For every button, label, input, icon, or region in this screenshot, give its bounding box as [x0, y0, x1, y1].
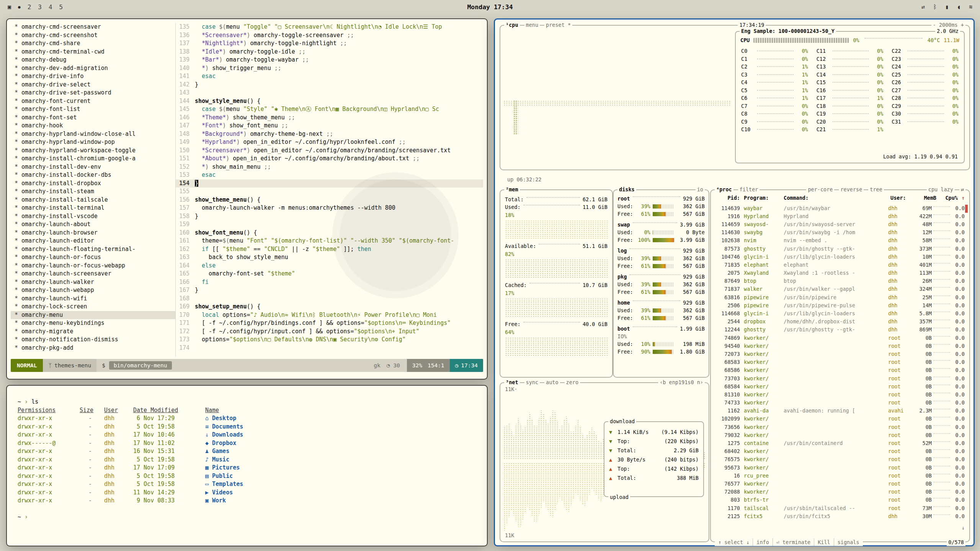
omarchy-logo-icon[interactable]: ▣: [8, 3, 11, 10]
file-item[interactable]: *omarchy-dev-add-migration: [11, 64, 175, 73]
file-item[interactable]: *omarchy-launch-about: [11, 220, 175, 229]
screencast-icon[interactable]: ⇄: [921, 3, 925, 10]
directory-link[interactable]: ⇓Downloads: [205, 431, 476, 439]
process-row[interactable]: 71835elephantelephantdhh401M0.0: [713, 261, 967, 269]
battery-icon[interactable]: ▮: [945, 3, 949, 10]
process-row[interactable]: 12244ghostty/usr/bin/ghostty --gtk-dhh86…: [713, 326, 967, 334]
process-row[interactable]: 16rcu_preeroot0B0.0: [713, 471, 967, 479]
file-item[interactable]: *omarchy-hyprland-window-pop: [11, 138, 175, 147]
directory-link[interactable]: ▶Videos: [205, 489, 476, 497]
file-item[interactable]: *omarchy-launch-webapp: [11, 286, 175, 295]
sort-arrows-icon[interactable]: ⇄: [959, 186, 965, 193]
process-row[interactable]: 1916HyprlandHyprlanddhh422M0.0: [713, 212, 967, 220]
file-item[interactable]: *omarchy-menu: [11, 311, 175, 320]
active-workspace-indicator[interactable]: ●: [18, 5, 21, 10]
proc-button-terminate[interactable]: ⏎ terminate: [773, 538, 814, 546]
proc-button-select[interactable]: ↑ select ↓: [715, 538, 753, 546]
proc-col-command[interactable]: Command:: [784, 194, 890, 202]
process-row[interactable]: 1162avahi-daavahi-daemon: running [avahi…: [713, 407, 967, 415]
proc-scrollbar-thumb[interactable]: [965, 205, 968, 213]
file-item[interactable]: *omarchy-font-set: [11, 114, 175, 122]
process-row[interactable]: 72088kworker/root0B0.0: [713, 488, 967, 496]
process-row[interactable]: 2544dropbox/home/dhh/.dropbox-distdhh357…: [713, 318, 967, 326]
file-item[interactable]: *omarchy-launch-browser: [11, 229, 175, 237]
proc-button-info[interactable]: info: [753, 538, 773, 546]
directory-link[interactable]: ▣Work: [205, 497, 476, 505]
process-row[interactable]: 63816pipewire/usr/bin/pipewiredhh25M0.0: [713, 293, 967, 301]
proc-col-pid[interactable]: Pid:: [715, 194, 740, 202]
file-item[interactable]: *omarchy-font-current: [11, 97, 175, 106]
file-item[interactable]: *omarchy-debug: [11, 56, 175, 64]
workspace-3[interactable]: 3: [38, 3, 42, 11]
proc-button-signals[interactable]: signals: [834, 538, 863, 546]
file-item[interactable]: *omarchy-install-tailscale: [11, 196, 175, 204]
file-item[interactable]: *omarchy-font-list: [11, 105, 175, 114]
file-item[interactable]: *omarchy-cmd-screenshot: [11, 31, 175, 40]
proc-col-cpu[interactable]: Cpu%: [936, 194, 958, 202]
file-item[interactable]: *omarchy-pkg-add: [11, 344, 175, 352]
process-row[interactable]: 81310kworker/root0B0.0: [713, 390, 967, 398]
file-item[interactable]: *omarchy-install-chromium-google-a: [11, 155, 175, 163]
file-item[interactable]: *omarchy-install-vscode: [11, 212, 175, 221]
file-item[interactable]: *omarchy-drive-select: [11, 81, 175, 89]
file-item[interactable]: *omarchy-notification-dismiss: [11, 336, 175, 344]
directory-link[interactable]: ◆Dropbox: [205, 439, 476, 448]
process-row[interactable]: 114639waybar/usr/bin/waybardhh69M0.0: [713, 204, 967, 212]
process-row[interactable]: 68584kworker/root0B0.0: [713, 382, 967, 390]
terminal-command[interactable]: ls: [31, 398, 38, 405]
process-row[interactable]: 72073kworker/root0B0.0: [713, 350, 967, 358]
proc-button-kill[interactable]: Kill: [814, 538, 834, 546]
network-icon[interactable]: ≋: [969, 3, 972, 10]
process-row[interactable]: 104746glycin-i/usr/lib/glycin-loadersdhh…: [713, 253, 967, 261]
file-item[interactable]: *omarchy-install-terminal: [11, 204, 175, 212]
proc-col-user[interactable]: User:: [890, 194, 915, 202]
file-item[interactable]: *omarchy-cmd-terminal-cwd: [11, 48, 175, 56]
file-item[interactable]: *omarchy-launch-floating-terminal-: [11, 245, 175, 254]
interface-switcher[interactable]: ‹b enp191s0 n›: [658, 378, 705, 386]
process-row[interactable]: 68402kworker/root0B0.0: [713, 447, 967, 455]
file-item[interactable]: *omarchy-install-docker-dbs: [11, 171, 175, 179]
bluetooth-icon[interactable]: ᛒ: [933, 3, 937, 10]
process-row[interactable]: 1275containe/usr/bin/containerdroot52M0.…: [713, 439, 967, 447]
process-row[interactable]: 1170tailscal/usr/sbin/tailscaled --root7…: [713, 504, 967, 512]
file-item[interactable]: *omarchy-launch-wifi: [11, 295, 175, 303]
workspace-2[interactable]: 2: [28, 3, 31, 11]
reverse-button[interactable]: reverse: [839, 186, 864, 193]
file-item[interactable]: *omarchy-install-dropbox: [11, 179, 175, 188]
file-item[interactable]: *omarchy-install-steam: [11, 187, 175, 196]
io-mode-button[interactable]: io: [696, 186, 705, 193]
process-row[interactable]: 114630swaybg/usr/bin/swaybg -i /homdhh12…: [713, 228, 967, 236]
process-row[interactable]: 73703kworker/root0B0.0: [713, 374, 967, 382]
proc-col-memb[interactable]: MemB: [915, 194, 936, 202]
process-row[interactable]: 94540kworker/root0B0.0: [713, 342, 967, 350]
preset-button[interactable]: preset *: [544, 21, 572, 29]
file-item[interactable]: *omarchy-launch-or-focus-webapp: [11, 262, 175, 270]
file-item[interactable]: *omarchy-lock-screen: [11, 303, 175, 311]
process-row[interactable]: 76577kworker/root0B0.0: [713, 479, 967, 487]
process-row[interactable]: 2075XwaylandXwayland :1 -rootless -dhh11…: [713, 269, 967, 277]
file-item[interactable]: *omarchy-launch-editor: [11, 237, 175, 245]
process-row[interactable]: 803btrfs-trroot0B0.0: [713, 496, 967, 504]
process-row[interactable]: 102099kworker/root0B0.0: [713, 415, 967, 423]
process-row[interactable]: 74869kworker/root0B0.0: [713, 334, 967, 342]
directory-link[interactable]: ♪Music: [205, 456, 476, 464]
tree-button[interactable]: tree: [868, 186, 884, 193]
process-row[interactable]: 73656kworker/root0B0.0: [713, 423, 967, 431]
file-item[interactable]: *omarchy-migrate: [11, 328, 175, 336]
file-item[interactable]: *omarchy-cmd-share: [11, 39, 175, 48]
workspace-5[interactable]: 5: [59, 3, 63, 11]
process-row[interactable]: 68586kworker/root0B0.0: [713, 366, 967, 374]
directory-link[interactable]: ▭Templates: [205, 480, 476, 489]
file-item[interactable]: *omarchy-drive-set-password: [11, 89, 175, 97]
file-item[interactable]: *omarchy-launch-screensaver: [11, 270, 175, 278]
process-row[interactable]: 76575kworker/root0B0.0: [713, 455, 967, 463]
process-row[interactable]: 71837walker/usr/bin/walker --gappldhh324…: [713, 285, 967, 293]
file-item[interactable]: *omarchy-launch-or-focus: [11, 253, 175, 262]
file-item[interactable]: *omarchy-hyprland-window-close-all: [11, 130, 175, 139]
menu-button[interactable]: menu: [524, 21, 540, 29]
process-row[interactable]: 95673kworker/root0B0.0: [713, 463, 967, 471]
clock[interactable]: Monday 17:34: [467, 3, 513, 11]
directory-link[interactable]: ▤Public: [205, 472, 476, 481]
sync-button[interactable]: sync: [524, 378, 540, 386]
workspace-4[interactable]: 4: [49, 3, 52, 11]
